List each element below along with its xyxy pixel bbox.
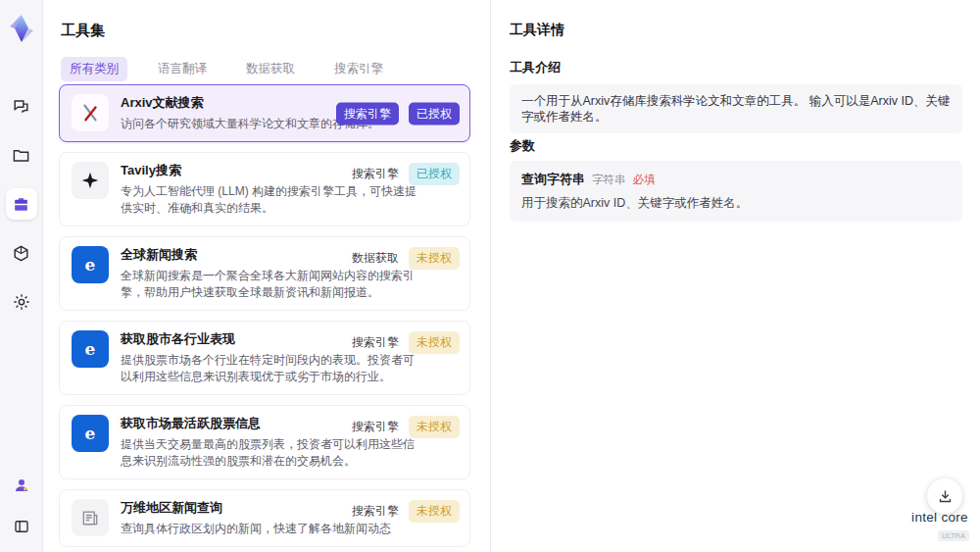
tool-card-most-active-stocks[interactable]: e 获取市场最活跃股票信息 提供当天交易量最高的股票列表，投资者可以利用这些信息… bbox=[59, 405, 470, 479]
tab-translation[interactable]: 语言翻译 bbox=[149, 57, 216, 81]
page-title: 工具集 bbox=[61, 22, 105, 40]
param-card: 查询字符串 字符串 必填 用于搜索的Arxiv ID、关键字或作者姓名。 bbox=[510, 161, 962, 222]
category-label: 搜索引擎 bbox=[352, 503, 399, 520]
tab-data-fetch[interactable]: 数据获取 bbox=[237, 57, 304, 81]
category-label: 数据获取 bbox=[352, 250, 399, 267]
tool-card-arxiv[interactable]: Arxiv文献搜索 访问各个研究领域大量科学论文和文章的存储库。 搜索引擎 已授… bbox=[59, 84, 470, 142]
toolset-panel: 工具集 所有类别 语言翻译 数据获取 搜索引擎 Arxiv文献搜索 访问各个研究… bbox=[43, 0, 491, 552]
tab-search-engine[interactable]: 搜索引擎 bbox=[325, 57, 392, 81]
news-blue-icon: e bbox=[72, 246, 109, 283]
stocks-blue-icon: e bbox=[72, 330, 109, 368]
stocks-blue-icon: e bbox=[72, 415, 109, 452]
auth-status-badge: 未授权 bbox=[409, 500, 460, 523]
app-logo-icon bbox=[9, 14, 34, 43]
tool-card-regional-news[interactable]: 万维地区新闻查询 查询具体行政区划内的新闻，快速了解各地新闻动态 搜索引擎 未授… bbox=[59, 489, 470, 547]
param-type: 字符串 bbox=[592, 173, 626, 187]
arxiv-logo-icon bbox=[72, 94, 109, 131]
detail-title: 工具详情 bbox=[510, 22, 564, 39]
auth-status-badge: 已授权 bbox=[409, 102, 460, 125]
intel-core-text: intel core bbox=[906, 510, 974, 525]
tool-desc: 专为人工智能代理 (LLM) 构建的搜索引擎工具，可快速提供实时、准确和真实的结… bbox=[121, 183, 420, 217]
param-name: 查询字符串 bbox=[521, 171, 585, 188]
param-required-flag: 必填 bbox=[633, 173, 656, 187]
panel-toggle-icon[interactable] bbox=[6, 511, 37, 542]
tool-detail-panel: 工具详情 工具介绍 一个用于从Arxiv存储库搜索科学论文和文章的工具。 输入可… bbox=[492, 0, 980, 552]
newspaper-gray-icon bbox=[72, 499, 109, 536]
auth-status-badge: 未授权 bbox=[409, 247, 460, 270]
category-label: 搜索引擎 bbox=[352, 166, 399, 182]
tab-all-categories[interactable]: 所有类别 bbox=[61, 57, 127, 81]
intel-ultra-text: ULTRA bbox=[938, 530, 969, 541]
app-window: 工具集 所有类别 语言翻译 数据获取 搜索引擎 Arxiv文献搜索 访问各个研究… bbox=[0, 0, 980, 552]
download-button[interactable] bbox=[927, 478, 962, 514]
intel-core-logo: intel core ULTRA bbox=[906, 510, 974, 542]
tool-desc: 提供当天交易量最高的股票列表，投资者可以利用这些信息来识别流动性强的股票和潜在的… bbox=[121, 436, 420, 470]
params-heading: 参数 bbox=[510, 137, 535, 155]
intro-heading: 工具介绍 bbox=[510, 59, 561, 76]
auth-status-badge: 未授权 bbox=[409, 416, 460, 438]
avatar-icon[interactable] bbox=[6, 470, 37, 501]
chat-icon[interactable] bbox=[6, 90, 37, 122]
toolbox-icon[interactable] bbox=[6, 188, 37, 220]
tool-card-tavily[interactable]: Tavily搜索 专为人工智能代理 (LLM) 构建的搜索引擎工具，可快速提供实… bbox=[59, 152, 470, 226]
tool-card-sector-performance[interactable]: e 获取股市各行业表现 提供股票市场各个行业在特定时间段内的表现。投资者可以利用… bbox=[59, 321, 470, 395]
category-label: 搜索引擎 bbox=[352, 419, 399, 435]
tool-desc: 查询具体行政区划内的新闻，快速了解各地新闻动态 bbox=[121, 521, 420, 537]
intro-text: 一个用于从Arxiv存储库搜索科学论文和文章的工具。 输入可以是Arxiv ID… bbox=[510, 84, 962, 133]
tool-desc: 全球新闻搜索是一个聚合全球各大新闻网站内容的搜索引擎，帮助用户快速获取全球最新资… bbox=[121, 268, 420, 301]
cube-icon[interactable] bbox=[6, 237, 37, 269]
param-desc: 用于搜索的Arxiv ID、关键字或作者姓名。 bbox=[521, 195, 951, 212]
tavily-star-icon bbox=[72, 162, 109, 199]
tool-list: Arxiv文献搜索 访问各个研究领域大量科学论文和文章的存储库。 搜索引擎 已授… bbox=[59, 84, 470, 552]
category-label: 搜索引擎 bbox=[352, 334, 399, 351]
auth-status-badge: 未授权 bbox=[409, 331, 460, 354]
auth-status-badge: 已授权 bbox=[409, 163, 460, 185]
folder-icon[interactable] bbox=[6, 139, 37, 171]
category-tabs: 所有类别 语言翻译 数据获取 搜索引擎 bbox=[61, 57, 392, 81]
download-icon bbox=[937, 488, 954, 505]
tool-desc: 提供股票市场各个行业在特定时间段内的表现。投资者可以利用这些信息来识别表现优于或… bbox=[121, 352, 420, 385]
category-badge: 搜索引擎 bbox=[336, 102, 399, 125]
nav-rail bbox=[0, 0, 43, 552]
settings-icon[interactable] bbox=[6, 286, 37, 318]
tool-card-global-news[interactable]: e 全球新闻搜索 全球新闻搜索是一个聚合全球各大新闻网站内容的搜索引擎，帮助用户… bbox=[59, 236, 470, 311]
